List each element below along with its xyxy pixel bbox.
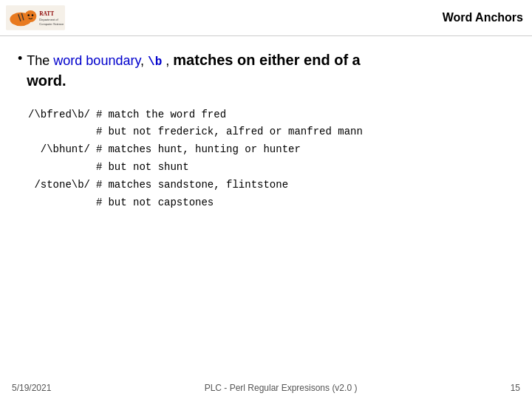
word-text: word. — [27, 72, 66, 89]
svg-text:Computer Science: Computer Science — [39, 22, 64, 26]
svg-text:Department of: Department of — [39, 18, 58, 21]
code-row: /\bfred\b/#match the word fred — [25, 106, 366, 124]
footer-page: 15 — [511, 383, 520, 393]
code-pattern: /\bhunt/ — [25, 141, 93, 159]
code-desc: match the word fred — [105, 106, 365, 124]
code-pattern: /\bfred\b/ — [25, 106, 93, 124]
svg-point-5 — [27, 14, 30, 16]
footer-title: PLC - Perl Regular Expresisons (v2.0 ) — [205, 383, 358, 393]
code-pattern — [25, 194, 93, 212]
code-row: /\bhunt/#matches hunt, hunting or hunter — [25, 141, 366, 159]
svg-point-6 — [32, 14, 34, 16]
code-row: #but not capstones — [25, 194, 366, 212]
code-row: #but not shunt — [25, 159, 366, 177]
code-table: /\bfred\b/#match the word fred#but not f… — [25, 106, 366, 212]
code-pattern — [25, 159, 93, 177]
code-hash: # — [93, 177, 105, 194]
logo-area: RATT Department of Computer Science — [6, 4, 65, 31]
header-title: Word Anchors — [443, 11, 523, 24]
wb-code: \b — [148, 55, 162, 69]
svg-text:RATT: RATT — [39, 10, 54, 17]
code-row: /stone\b/#matches sandstone, flintstone — [25, 177, 366, 194]
bullet: • — [18, 50, 22, 68]
code-desc: but not shunt — [105, 159, 365, 177]
intro-text: The word boundary, \b , matches on eithe… — [27, 50, 360, 92]
code-desc: but not capstones — [105, 194, 365, 212]
main-content: • The word boundary, \b , matches on eit… — [0, 36, 532, 220]
code-section: /\bfred\b/#match the word fred#but not f… — [25, 106, 514, 212]
header: RATT Department of Computer Science Word… — [0, 0, 532, 36]
code-hash: # — [93, 159, 105, 177]
code-hash: # — [93, 106, 105, 124]
code-pattern: /stone\b/ — [25, 177, 93, 194]
code-desc: matches hunt, hunting or hunter — [105, 141, 365, 159]
code-hash: # — [93, 123, 105, 141]
code-hash: # — [93, 141, 105, 159]
intro-section: • The word boundary, \b , matches on eit… — [18, 50, 514, 92]
matches-text: matches on either end of a — [173, 52, 360, 68]
code-desc: matches sandstone, flintstone — [105, 177, 365, 194]
logo-image: RATT Department of Computer Science — [6, 4, 65, 31]
svg-point-2 — [24, 10, 36, 22]
code-pattern — [25, 123, 93, 141]
code-desc: but not frederick, alfred or manfred man… — [105, 123, 365, 141]
code-hash: # — [93, 194, 105, 212]
footer-date: 5/19/2021 — [12, 383, 51, 393]
footer: 5/19/2021 PLC - Perl Regular Expresisons… — [0, 383, 532, 393]
code-row: #but not frederick, alfred or manfred ma… — [25, 123, 366, 141]
code-tbody: /\bfred\b/#match the word fred#but not f… — [25, 106, 366, 212]
word-boundary-link: word boundary — [53, 53, 140, 68]
